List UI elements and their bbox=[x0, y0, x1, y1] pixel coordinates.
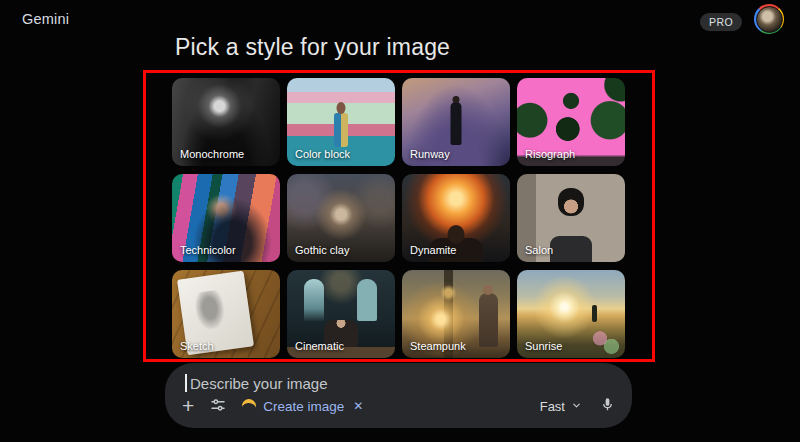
prompt-placeholder: Describe your image bbox=[190, 375, 328, 392]
user-avatar[interactable] bbox=[754, 4, 784, 34]
gemini-logo[interactable]: Gemini bbox=[22, 11, 69, 27]
pro-badge[interactable]: PRO bbox=[700, 13, 742, 31]
style-grid: Monochrome Color block Runway Risograph … bbox=[172, 78, 625, 358]
style-card-runway[interactable]: Runway bbox=[402, 78, 510, 166]
style-card-technicolor[interactable]: Technicolor bbox=[172, 174, 280, 262]
composer-controls: + bbox=[165, 393, 632, 419]
style-card-salon[interactable]: Salon bbox=[517, 174, 625, 262]
style-label: Salon bbox=[525, 244, 553, 256]
style-label: Risograph bbox=[525, 148, 575, 160]
create-image-label: Create image bbox=[263, 399, 344, 414]
style-card-monochrome[interactable]: Monochrome bbox=[172, 78, 280, 166]
close-icon[interactable]: ✕ bbox=[353, 399, 363, 413]
style-card-sketch[interactable]: Sketch bbox=[172, 270, 280, 358]
banana-icon bbox=[240, 397, 258, 415]
composer-controls-right: Fast bbox=[540, 397, 615, 415]
composer-controls-left: + bbox=[182, 396, 363, 416]
style-card-risograph[interactable]: Risograph bbox=[517, 78, 625, 166]
style-label: Sketch bbox=[180, 340, 214, 352]
plus-icon: + bbox=[182, 396, 194, 416]
avatar-photo bbox=[756, 6, 783, 33]
style-label: Technicolor bbox=[180, 244, 236, 256]
style-label: Steampunk bbox=[410, 340, 466, 352]
image-settings-button[interactable] bbox=[210, 397, 226, 416]
style-label: Cinematic bbox=[295, 340, 344, 352]
speed-dropdown[interactable]: Fast bbox=[540, 397, 582, 415]
prompt-input[interactable]: Describe your image bbox=[185, 374, 328, 392]
style-label: Color block bbox=[295, 148, 350, 160]
microphone-icon bbox=[600, 397, 615, 415]
style-label: Sunrise bbox=[525, 340, 562, 352]
style-card-color-block[interactable]: Color block bbox=[287, 78, 395, 166]
style-card-cinematic[interactable]: Cinematic bbox=[287, 270, 395, 358]
add-attachment-button[interactable]: + bbox=[182, 396, 194, 416]
style-label: Runway bbox=[410, 148, 450, 160]
style-label: Monochrome bbox=[180, 148, 244, 160]
prompt-composer: Describe your image + bbox=[165, 363, 632, 428]
style-card-dynamite[interactable]: Dynamite bbox=[402, 174, 510, 262]
style-label: Dynamite bbox=[410, 244, 456, 256]
speed-label: Fast bbox=[540, 399, 565, 414]
tune-sliders-icon bbox=[210, 397, 226, 416]
gemini-app: Gemini PRO Pick a style for your image M… bbox=[0, 0, 800, 442]
page-title: Pick a style for your image bbox=[175, 34, 450, 61]
create-image-chip[interactable]: Create image ✕ bbox=[242, 399, 363, 414]
style-card-gothic-clay[interactable]: Gothic clay bbox=[287, 174, 395, 262]
text-cursor bbox=[185, 374, 187, 392]
style-card-sunrise[interactable]: Sunrise bbox=[517, 270, 625, 358]
style-card-steampunk[interactable]: Steampunk bbox=[402, 270, 510, 358]
style-label: Gothic clay bbox=[295, 244, 349, 256]
microphone-button[interactable] bbox=[600, 397, 615, 415]
chevron-down-icon bbox=[571, 397, 582, 415]
